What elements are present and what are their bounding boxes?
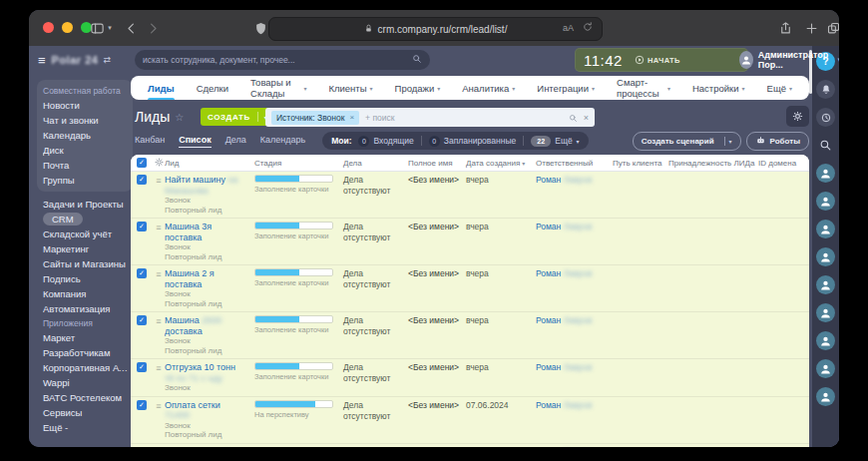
sidebar-item-сайты-и-магазины[interactable]: Сайты и Магазины	[43, 256, 131, 271]
row-checkbox[interactable]: ✓	[131, 315, 153, 355]
close-window-button[interactable]	[43, 22, 54, 33]
menu-hamburger-icon[interactable]: ≡	[38, 53, 46, 68]
sidebar-footer-item-1[interactable]: Ещё -	[43, 420, 131, 435]
back-icon[interactable]	[121, 18, 141, 38]
view-tab-список[interactable]: Список	[179, 135, 211, 148]
column-header-8[interactable]: ID домена	[758, 159, 809, 168]
chat-avatar-icon[interactable]	[816, 303, 835, 322]
row-checkbox[interactable]: ✓	[131, 268, 153, 308]
table-row[interactable]: ✓≡Машина 3я поставкаЗвонокПовторный лидЗ…	[131, 219, 809, 265]
filter-search-bar[interactable]: Источник: Звонок × + поиск ×	[265, 108, 595, 127]
responsible-link[interactable]: Роман Лавров	[536, 447, 592, 448]
responsible-link[interactable]: Роман Лавров	[536, 362, 592, 372]
tab-продажи[interactable]: Продажи▾	[384, 76, 452, 100]
stage-progress-bar[interactable]	[254, 315, 333, 323]
counter-1[interactable]: 0Запланированные	[429, 136, 516, 147]
address-bar[interactable]: crm.company.ru/crm/lead/list/ aA	[268, 17, 603, 41]
responsible-link[interactable]: Роман Лавров	[536, 268, 592, 278]
chat-avatar-icon[interactable]	[816, 192, 835, 211]
sidebar-item-5[interactable]: Группы	[43, 173, 127, 188]
page-settings-icon[interactable]: aA	[563, 23, 574, 33]
stage-progress-bar[interactable]	[254, 400, 333, 408]
sidebar-app-item-1[interactable]: Разработчикам	[43, 345, 131, 360]
share-icon[interactable]	[775, 18, 795, 38]
table-row[interactable]: ✓≡Забрать сетку с ЭлектровозаЗвонокПовто…	[131, 444, 809, 448]
tab-клиенты[interactable]: Клиенты▾	[317, 76, 383, 100]
chat-avatar-icon[interactable]	[816, 220, 835, 238]
sidebar-group-header[interactable]: Совместная работа	[43, 84, 127, 98]
stage-progress-bar[interactable]	[254, 362, 333, 370]
drag-handle-icon[interactable]: ≡	[153, 362, 165, 393]
column-header-0[interactable]: Лид	[165, 159, 254, 168]
table-row[interactable]: ✓≡Машина 2 я поставкаЗвонокПовторный лид…	[131, 265, 809, 312]
lead-link[interactable]: Машина 2500 доставка	[165, 315, 221, 336]
lead-link[interactable]: Отгрузка 10 тонн т8 по 71 с нду	[165, 362, 235, 383]
filter-chip[interactable]: Источник: Звонок ×	[271, 111, 359, 125]
row-checkbox[interactable]: ✓	[131, 362, 153, 393]
sidebar-item-1[interactable]: Чат и звонки	[43, 113, 127, 128]
table-row[interactable]: ✓≡Оплата сетки 71400ЗвонокПовторный лидН…	[131, 397, 809, 444]
sidebar-toggle-icon[interactable]	[87, 18, 107, 38]
lead-link[interactable]: Забрать сетку с Электровоза	[165, 447, 230, 448]
tab-смарт-процессы[interactable]: Смарт-процессы▾	[606, 76, 681, 100]
table-row[interactable]: ✓≡Машина 2500 доставкаЗвонокПовторный ли…	[131, 312, 809, 359]
lead-link[interactable]: Найти машину на Макашова	[165, 175, 238, 196]
forward-icon[interactable]	[143, 18, 163, 38]
sidebar-item-задачи-и-проекты[interactable]: Задачи и Проекты	[43, 197, 131, 212]
counter-more[interactable]: 22Ещё▾	[531, 136, 579, 147]
minimize-window-button[interactable]	[62, 22, 73, 33]
switch-portal-icon[interactable]: ⇄	[103, 55, 111, 65]
table-row[interactable]: ✓≡Найти машину на МакашоваЗвонокПовторны…	[131, 172, 809, 219]
create-lead-button[interactable]: СОЗДАТЬ ▾	[201, 108, 274, 126]
sidebar-app-item-0[interactable]: Маркет	[43, 330, 131, 345]
responsible-link[interactable]: Роман Лавров	[536, 315, 592, 325]
filter-search-icon[interactable]	[569, 109, 578, 127]
sidebar-item-4[interactable]: Почта	[43, 158, 127, 173]
sidebar-item-маркетинг[interactable]: Маркетинг	[43, 241, 131, 256]
sidebar-group-apps[interactable]: Приложения	[43, 316, 131, 330]
reload-icon[interactable]	[582, 21, 594, 35]
chat-avatar-icon[interactable]	[816, 164, 835, 183]
lead-link[interactable]: Машина 3я поставка	[165, 222, 212, 242]
row-checkbox[interactable]: ✓	[131, 175, 153, 215]
tab-товары-и-склады[interactable]: Товары и Склады▾	[239, 76, 317, 100]
sidebar-caret-icon[interactable]: ▾	[105, 18, 115, 38]
new-tab-icon[interactable]	[801, 18, 821, 38]
favorite-star-icon[interactable]: ☆	[175, 112, 184, 123]
tab-интеграции[interactable]: Интеграции▾	[526, 76, 606, 100]
column-header-4[interactable]: Дата создания▾	[466, 159, 536, 168]
privacy-shield-icon[interactable]	[250, 18, 270, 38]
stage-progress-bar[interactable]	[254, 268, 333, 276]
sidebar-footer-item-0[interactable]: Сервисы	[43, 405, 131, 420]
chat-avatar-icon[interactable]	[816, 387, 835, 406]
tab-ещ-[interactable]: Ещё▾	[756, 76, 803, 100]
responsible-link[interactable]: Роман Лавров	[536, 400, 592, 410]
create-scenario-button[interactable]: Создать сценарий ▾	[633, 132, 741, 151]
global-search-input[interactable]: искать сотрудника, документ, прочее...	[135, 50, 430, 70]
sidebar-item-crm[interactable]: CRM	[43, 212, 131, 227]
history-icon[interactable]	[816, 108, 835, 127]
lead-link[interactable]: Машина 2 я поставка	[165, 268, 215, 289]
view-tab-календарь[interactable]: Календарь	[260, 135, 305, 148]
sidebar-item-0[interactable]: Новости	[43, 98, 127, 113]
drag-handle-icon[interactable]: ≡	[153, 315, 165, 355]
column-header-7[interactable]: Принадлежность ЛИДа	[668, 159, 758, 168]
chip-close-icon[interactable]: ×	[349, 113, 354, 122]
sidebar-app-item-2[interactable]: Корпоративная АТС ...	[43, 360, 131, 375]
sidebar-item-автоматизация[interactable]: Автоматизация	[43, 301, 131, 316]
scenario-dropdown-icon[interactable]: ▾	[729, 138, 732, 145]
row-checkbox[interactable]: ✓	[131, 222, 153, 261]
chat-avatar-icon[interactable]	[816, 359, 835, 378]
counter-0[interactable]: 0Входящие	[358, 136, 413, 147]
view-tab-канбан[interactable]: Канбан	[135, 135, 165, 148]
counters-panel[interactable]: Мои: 0Входящие0Запланированные22Ещё▾	[322, 132, 588, 150]
select-all-checkbox[interactable]: ✓	[131, 158, 153, 168]
bell-icon[interactable]	[816, 80, 835, 99]
sidebar-item-2[interactable]: Календарь	[43, 128, 127, 143]
column-header-6[interactable]: Путь клиента	[613, 159, 668, 168]
stage-progress-bar[interactable]	[254, 447, 333, 448]
columns-gear-icon[interactable]	[153, 157, 165, 170]
user-menu[interactable]: Администратор Пор... ▾	[739, 50, 839, 70]
stage-progress-bar[interactable]	[254, 222, 333, 230]
robots-button[interactable]: Роботы	[746, 132, 809, 151]
